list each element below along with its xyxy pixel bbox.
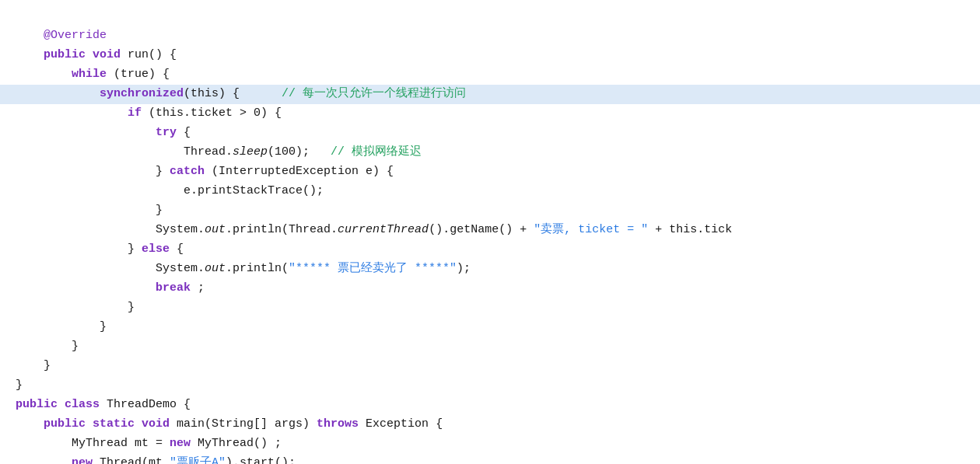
code-token: // 模拟网络延迟 (310, 143, 422, 162)
code-line: } (0, 298, 980, 318)
code-token: catch (170, 162, 205, 181)
code-token: MyThread() ; (191, 434, 282, 453)
code-line: } (0, 357, 980, 376)
code-token: sleep (233, 143, 268, 162)
code-editor: @Override public void run() { while (tru… (0, 0, 980, 464)
code-line: MyThread mt = new MyThread() ; (0, 434, 980, 454)
code-line: } (0, 337, 980, 357)
code-token: (InterruptedException e) { (205, 162, 394, 181)
code-token: Thread(mt, (93, 454, 170, 464)
code-token: out (205, 260, 226, 278)
code-token: e.printStackTrace(); (184, 182, 324, 201)
code-token: { (170, 240, 184, 259)
code-token: try (156, 124, 177, 142)
code-token: Thread. (184, 143, 233, 162)
code-line: } catch (InterruptedException e) { (0, 162, 980, 182)
code-token: ).start(); (226, 454, 296, 464)
code-token: public (44, 46, 93, 65)
code-line: System.out.println(Thread.currentThread(… (0, 221, 980, 240)
code-token: new (72, 454, 93, 464)
code-token: ().getName() + (429, 221, 534, 239)
code-token: ThreadDemo { (107, 396, 191, 414)
code-token: .println(Thread. (226, 221, 338, 239)
code-token: if (128, 104, 142, 123)
code-token: void (93, 46, 128, 65)
code-token: } (156, 201, 163, 220)
code-token: (true) { (114, 65, 170, 84)
code-token: MyThread mt = (72, 434, 170, 453)
code-line: } (0, 376, 980, 396)
code-token: } (72, 337, 79, 356)
code-token: new (170, 434, 191, 453)
code-line: e.printStackTrace(); (0, 182, 980, 201)
code-line: public void run() { (0, 46, 980, 65)
code-line: public class ThreadDemo { (0, 396, 980, 415)
code-token: run() { (128, 46, 177, 65)
code-token: (100); (268, 143, 310, 162)
code-token: out (205, 221, 226, 239)
code-line: if (this.ticket > 0) { (0, 104, 980, 124)
code-line: break ; (0, 279, 980, 298)
code-token: } (16, 376, 23, 395)
code-line: new Thread(mt,"票贩子A").start(); (0, 454, 980, 464)
code-token: "卖票, ticket = " (534, 221, 648, 239)
code-token: @Override (44, 26, 107, 45)
code-token: } (100, 318, 107, 337)
code-token: .println( (226, 260, 289, 278)
code-token: main(String[] args) (177, 415, 317, 434)
code-token: "***** 票已经卖光了 *****" (289, 260, 457, 278)
code-token: ); (457, 260, 471, 278)
code-token: while (72, 65, 114, 84)
code-token: synchronized (100, 85, 184, 103)
code-token: ; (191, 279, 205, 298)
code-token: } (128, 240, 142, 259)
code-line: public static void main(String[] args) t… (0, 415, 980, 434)
code-token: currentThread (338, 221, 429, 239)
code-line: } else { (0, 240, 980, 260)
code-token: else (142, 240, 170, 259)
code-token: } (44, 357, 51, 375)
code-token: public (44, 415, 93, 434)
code-token: } (156, 162, 170, 181)
code-token: } (128, 298, 135, 317)
code-token: (this.ticket > 0) { (142, 104, 282, 123)
code-line: System.out.println("***** 票已经卖光了 *****")… (0, 260, 980, 279)
code-line: synchronized(this) { // 每一次只允许一个线程进行访问 (0, 85, 980, 104)
code-token: { (177, 124, 191, 142)
code-line: @Override (0, 26, 980, 46)
code-token: void (142, 415, 177, 434)
code-token: System. (156, 221, 205, 239)
code-line: Thread.sleep(100); // 模拟网络延迟 (0, 143, 980, 162)
code-token: break (156, 279, 191, 298)
code-token: "票贩子A" (170, 454, 226, 464)
code-token: + this.tick (648, 221, 732, 239)
code-token: class (65, 396, 107, 414)
code-token: (this) { (184, 85, 240, 103)
code-line: try { (0, 124, 980, 143)
code-token: // 每一次只允许一个线程进行访问 (240, 85, 466, 103)
code-line: while (true) { (0, 65, 980, 85)
code-token: static (93, 415, 142, 434)
code-token: System. (156, 260, 205, 278)
code-line: } (0, 201, 980, 221)
code-token: public (16, 396, 65, 414)
code-line: } (0, 318, 980, 337)
code-token: Exception { (359, 415, 443, 434)
code-token: throws (317, 415, 359, 434)
